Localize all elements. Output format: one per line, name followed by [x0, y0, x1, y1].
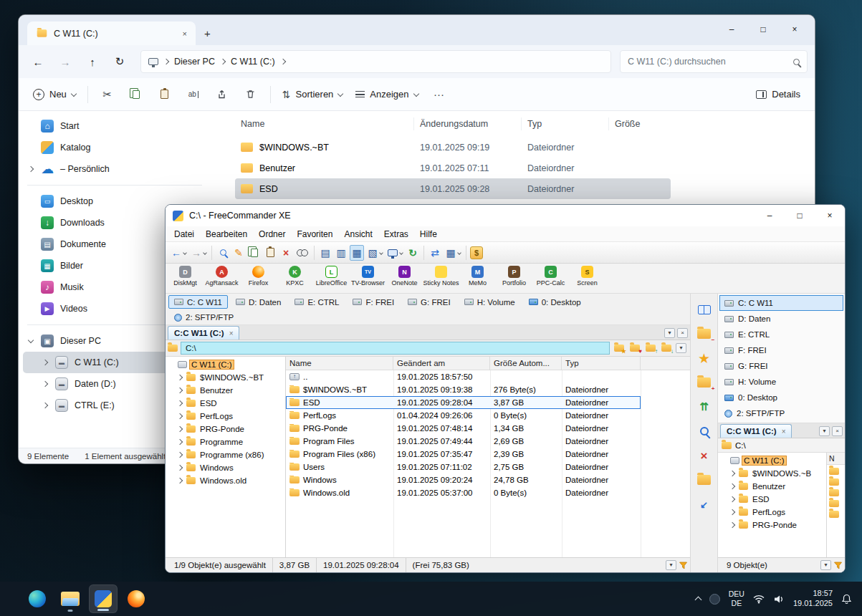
search-box[interactable]	[620, 50, 808, 73]
screen-layout-icon[interactable]	[385, 245, 400, 261]
file-row[interactable]: Windows 19.01.2025 09:20:24 24,78 GB Dat…	[286, 473, 641, 486]
tree-item[interactable]: Programme (x86)	[166, 448, 285, 461]
expand-chevron-icon[interactable]	[177, 452, 183, 458]
drive-item[interactable]: H: Volume	[719, 374, 843, 390]
expand-chevron-icon[interactable]	[177, 426, 183, 432]
sort-button[interactable]: ⇅ Sortieren	[279, 89, 345, 100]
search-icon[interactable]	[216, 245, 230, 261]
drive-item[interactable]: G: FREI	[719, 358, 843, 374]
freecommander-taskbar-icon[interactable]	[89, 584, 118, 613]
tree-item[interactable]: PerfLogs	[718, 506, 826, 519]
file-row[interactable]: ESD 19.01.2025 09:28:04 3,87 GB Dateiord…	[286, 396, 641, 409]
menu-item[interactable]: Extras	[378, 229, 414, 239]
expand-chevron-icon[interactable]	[177, 413, 183, 419]
chevron-icon[interactable]	[28, 166, 34, 172]
paste-icon[interactable]	[154, 84, 176, 105]
column-header-type[interactable]: Typ	[522, 117, 609, 130]
share-icon[interactable]	[211, 84, 233, 105]
drive-tab[interactable]: 2: SFTP/FTP	[168, 311, 239, 324]
sidebar-item[interactable]: – Persönlich	[23, 158, 206, 180]
drive-tab[interactable]: E: CTRL	[289, 295, 345, 309]
tab-close-icon[interactable]: ×	[229, 329, 234, 337]
breadcrumb-item[interactable]: Dieser PC	[174, 57, 225, 67]
more-button[interactable]: ···	[428, 84, 450, 105]
file-row[interactable]: Windows.old 19.01.2025 05:37:00 0 Byte(s…	[286, 486, 641, 499]
file-row[interactable]: Program Files 19.01.2025 07:49:44 2,69 G…	[286, 435, 641, 448]
favorites-star-icon[interactable]: ★	[694, 350, 714, 367]
file-row[interactable]: Users 19.01.2025 07:11:02 2,75 GB Dateio…	[286, 461, 641, 473]
drive-item[interactable]: E: CTRL	[719, 327, 843, 342]
address-bar[interactable]: C:\	[181, 342, 610, 355]
tree-item[interactable]: Programme	[166, 435, 285, 448]
tree-item[interactable]: PRG-Ponde	[718, 519, 826, 531]
expand-chevron-icon[interactable]	[177, 478, 183, 483]
tray-app-icon[interactable]	[709, 594, 720, 605]
layout-dropdown-icon[interactable]	[399, 251, 403, 255]
tree-item[interactable]: PerfLogs	[166, 410, 285, 423]
app-shortcut[interactable]: M MeMo	[459, 266, 496, 287]
copy-icon[interactable]	[125, 84, 147, 105]
quick-view-icon[interactable]: ▦	[444, 245, 458, 261]
status-dropdown[interactable]: ▾	[666, 560, 676, 570]
address-dropdown[interactable]: ▾	[676, 343, 686, 353]
expand-chevron-icon[interactable]	[177, 465, 183, 471]
forward-button[interactable]: →	[53, 50, 77, 73]
swap-panels-icon[interactable]: ⇄	[428, 245, 442, 261]
tree-item[interactable]: C W11 (C:)	[166, 358, 285, 371]
wifi-icon[interactable]	[753, 595, 765, 604]
drive-tab[interactable]: 0: Desktop	[523, 295, 587, 309]
file-row[interactable]: $WINDOWS.~BT 19.01.2025 09:19 Dateiordne…	[235, 137, 671, 158]
expand-chevron-icon[interactable]	[177, 439, 183, 445]
go-to-folder-icon[interactable]: ↙	[694, 496, 714, 513]
swap-panels-icon[interactable]	[694, 301, 714, 318]
details-button[interactable]: Details	[753, 89, 803, 100]
expand-chevron-icon[interactable]	[729, 522, 735, 528]
column-header-date[interactable]: Geändert am	[393, 357, 490, 370]
menu-item[interactable]: Ordner	[253, 229, 291, 239]
maximize-button[interactable]: □	[747, 24, 779, 34]
file-row[interactable]: $WINDOWS.~BT 19.01.2025 09:19:38 276 Byt…	[286, 383, 641, 396]
column-header-date[interactable]: Änderungsdatum	[414, 117, 522, 130]
file-row[interactable]: ESD 19.01.2025 09:28 Dateiordner	[235, 178, 671, 199]
new-button[interactable]: Neu	[30, 89, 79, 100]
quick-view-dropdown-icon[interactable]	[457, 251, 461, 255]
close-button[interactable]: ×	[815, 205, 845, 226]
filter-icon[interactable]	[833, 561, 843, 570]
tab-close-button[interactable]: ×	[832, 426, 843, 436]
paste-icon[interactable]	[263, 245, 277, 261]
app-shortcut[interactable]: S Screen	[569, 266, 605, 287]
delete-icon[interactable]: ×	[694, 447, 714, 464]
expand-chevron-icon[interactable]	[729, 509, 735, 515]
folder-icon[interactable]	[694, 471, 714, 489]
menu-item[interactable]: Ansicht	[338, 229, 378, 239]
menu-item[interactable]: Favoriten	[291, 229, 338, 239]
chevron-icon[interactable]	[42, 403, 48, 408]
view-button[interactable]: Anzeigen	[353, 89, 421, 100]
column-header-name[interactable]: Name	[286, 357, 393, 370]
volume-icon[interactable]	[773, 595, 785, 604]
donate-icon[interactable]: $	[470, 246, 483, 259]
folder-minus-icon[interactable]: −	[694, 325, 714, 342]
folder-up-icon[interactable]: ↑	[644, 342, 657, 354]
drive-item[interactable]: C: C W11	[719, 295, 843, 311]
details-view-icon[interactable]: ▤	[318, 245, 332, 261]
app-shortcut[interactable]: L LibreOffice	[313, 266, 350, 287]
drive-item[interactable]: 2: SFTP/FTP	[719, 405, 843, 421]
grid-view-icon[interactable]: ▦	[350, 245, 364, 261]
expand-chevron-icon[interactable]	[729, 483, 735, 489]
drive-item[interactable]: F: FREI	[719, 342, 843, 358]
tree-item[interactable]: Windows	[166, 461, 285, 474]
tray-expand-chevron-icon[interactable]	[694, 596, 701, 603]
breadcrumb[interactable]: Dieser PC C W11 (C:)	[140, 50, 611, 73]
delete-icon[interactable]: ×	[279, 245, 293, 261]
app-shortcut[interactable]: N OneNote	[386, 266, 423, 287]
expand-chevron-icon[interactable]	[177, 375, 183, 380]
maximize-button[interactable]: □	[785, 205, 815, 226]
tab-close-button[interactable]: ×	[677, 328, 688, 338]
filter-icon[interactable]	[679, 561, 688, 570]
tree-item[interactable]: C W11 (C:)	[718, 454, 826, 467]
app-shortcut[interactable]: TV TV-Browser	[350, 266, 386, 287]
tree-item[interactable]: Benutzer	[718, 480, 826, 493]
drive-tab[interactable]: G: FREI	[402, 295, 456, 309]
chevron-icon[interactable]	[28, 337, 34, 343]
